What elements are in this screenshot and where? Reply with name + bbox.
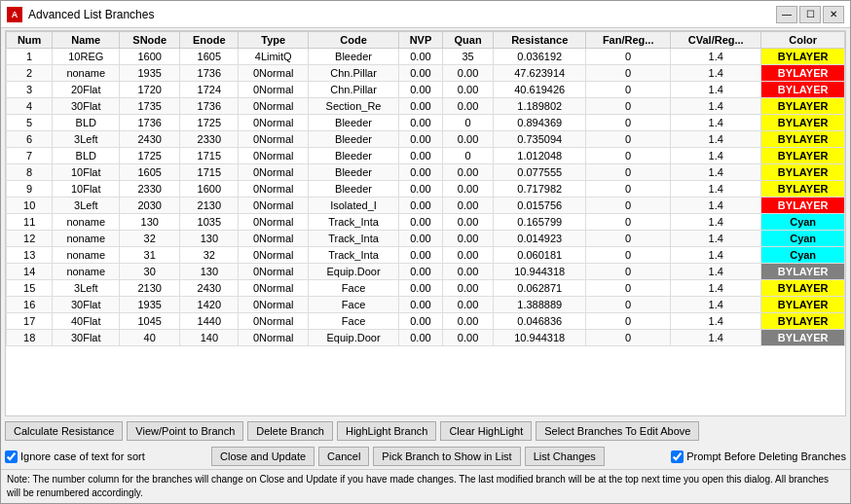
- cell-quan: 0.00: [442, 247, 493, 264]
- delete-branch-button[interactable]: Delete Branch: [247, 421, 333, 441]
- prompt-before-checkbox[interactable]: [671, 450, 684, 463]
- table-row[interactable]: 320Flat172017240NormalChn.Pillar0.000.00…: [7, 82, 845, 98]
- cell-nvp: 0.00: [399, 330, 443, 346]
- table-row[interactable]: 110REG160016054LimitQBleeder0.00350.0361…: [7, 49, 845, 65]
- cell-name: noname: [53, 247, 120, 264]
- table-row[interactable]: 1630Flat193514200NormalFace0.000.001.388…: [7, 297, 845, 313]
- clear-highlight-button[interactable]: Clear HighLight: [440, 421, 532, 441]
- cell-num: 18: [7, 330, 53, 346]
- table-row[interactable]: 7BLD172517150NormalBleeder0.0001.0120480…: [7, 148, 845, 164]
- close-update-button[interactable]: Close and Update: [211, 447, 314, 466]
- cell-code: Face: [308, 297, 398, 313]
- cell-code: Face: [308, 313, 398, 330]
- cell-name: 30Flat: [53, 330, 120, 346]
- table-row[interactable]: 5BLD173617250NormalBleeder0.0000.8943690…: [7, 115, 845, 131]
- maximize-button[interactable]: ☐: [799, 6, 821, 23]
- cell-fan: 0: [586, 198, 671, 214]
- cell-num: 3: [7, 82, 53, 98]
- table-row[interactable]: 910Flat233016000NormalBleeder0.000.000.7…: [7, 181, 845, 198]
- col-num: Num: [7, 32, 53, 49]
- pick-branch-button[interactable]: Pick Branch to Show in List: [373, 447, 520, 466]
- cell-enode: 130: [180, 231, 239, 247]
- cell-name: 30Flat: [53, 98, 120, 115]
- cell-cval: 1.4: [671, 82, 761, 98]
- cell-num: 17: [7, 313, 53, 330]
- prompt-before-label: Prompt Before Deleting Branches: [671, 450, 846, 463]
- table-row[interactable]: 103Left203021300NormalIsolated_I0.000.00…: [7, 198, 845, 214]
- table-row[interactable]: 63Left243023300NormalBleeder0.000.000.73…: [7, 131, 845, 148]
- table-row[interactable]: 11noname13010350NormalTrack_Inta0.000.00…: [7, 214, 845, 231]
- title-bar: A Advanced List Branches — ☐ ✕: [1, 1, 850, 28]
- cell-fan: 0: [586, 181, 671, 198]
- table-row[interactable]: 430Flat173517360NormalSection_Re0.000.00…: [7, 98, 845, 115]
- cell-fan: 0: [586, 131, 671, 148]
- ignore-case-checkbox[interactable]: [5, 450, 18, 463]
- ignore-case-label: Ignore case of text for sort: [5, 450, 145, 463]
- cell-nvp: 0.00: [399, 164, 443, 181]
- table-row[interactable]: 153Left213024300NormalFace0.000.000.0628…: [7, 280, 845, 297]
- cell-snode: 2330: [120, 181, 180, 198]
- cell-enode: 1724: [180, 82, 239, 98]
- cell-cval: 1.4: [671, 214, 761, 231]
- cell-enode: 1420: [180, 297, 239, 313]
- minimize-button[interactable]: —: [776, 6, 797, 23]
- close-button[interactable]: ✕: [823, 6, 844, 23]
- view-point-branch-button[interactable]: View/Point to Branch: [127, 421, 243, 441]
- cell-cval: 1.4: [671, 115, 761, 131]
- cell-num: 4: [7, 98, 53, 115]
- cell-enode: 2430: [180, 280, 239, 297]
- cell-name: 3Left: [53, 198, 120, 214]
- cell-color: BYLAYER: [761, 82, 845, 98]
- cell-type: 4LimitQ: [239, 49, 309, 65]
- cell-snode: 30: [120, 264, 180, 280]
- cell-code: Chn.Pillar: [308, 82, 398, 98]
- cell-cval: 1.4: [671, 164, 761, 181]
- cell-type: 0Normal: [239, 164, 309, 181]
- table-row[interactable]: 1830Flat401400NormalEquip.Door0.000.0010…: [7, 330, 845, 346]
- cell-color: BYLAYER: [761, 131, 845, 148]
- cell-nvp: 0.00: [399, 82, 443, 98]
- table-row[interactable]: 13noname31320NormalTrack_Inta0.000.000.0…: [7, 247, 845, 264]
- calculate-resistance-button[interactable]: Calculate Resistance: [5, 421, 123, 441]
- cell-enode: 1035: [180, 214, 239, 231]
- cell-resistance: 0.717982: [494, 181, 586, 198]
- col-name: Name: [53, 32, 120, 49]
- cell-type: 0Normal: [239, 198, 309, 214]
- cell-type: 0Normal: [239, 330, 309, 346]
- highlight-branch-button[interactable]: HighLight Branch: [337, 421, 436, 441]
- cancel-button[interactable]: Cancel: [318, 447, 369, 466]
- table-row[interactable]: 14noname301300NormalEquip.Door0.000.0010…: [7, 264, 845, 280]
- cell-resistance: 0.036192: [494, 49, 586, 65]
- cell-fan: 0: [586, 164, 671, 181]
- cell-type: 0Normal: [239, 214, 309, 231]
- cell-cval: 1.4: [671, 247, 761, 264]
- table-row[interactable]: 810Flat160517150NormalBleeder0.000.000.0…: [7, 164, 845, 181]
- select-branches-button[interactable]: Select Branches To Edit Above: [536, 421, 699, 441]
- cell-snode: 32: [120, 231, 180, 247]
- cell-resistance: 10.944318: [494, 330, 586, 346]
- cell-color: BYLAYER: [761, 313, 845, 330]
- cell-nvp: 0.00: [399, 148, 443, 164]
- table-row[interactable]: 1740Flat104514400NormalFace0.000.000.046…: [7, 313, 845, 330]
- cell-fan: 0: [586, 98, 671, 115]
- cell-snode: 1605: [120, 164, 180, 181]
- cell-quan: 0.00: [442, 198, 493, 214]
- cell-name: BLD: [53, 148, 120, 164]
- cell-quan: 0.00: [442, 65, 493, 82]
- table-row[interactable]: 2noname193517360NormalChn.Pillar0.000.00…: [7, 65, 845, 82]
- list-changes-button[interactable]: List Changes: [525, 447, 605, 466]
- cell-fan: 0: [586, 297, 671, 313]
- cell-code: Track_Inta: [308, 214, 398, 231]
- branches-table-container[interactable]: Num Name SNode Enode Type Code NVP Quan …: [5, 30, 846, 416]
- col-fan: Fan/Reg...: [586, 32, 671, 49]
- table-row[interactable]: 12noname321300NormalTrack_Inta0.000.000.…: [7, 231, 845, 247]
- col-color: Color: [761, 32, 845, 49]
- cell-num: 5: [7, 115, 53, 131]
- cell-color: BYLAYER: [761, 98, 845, 115]
- cell-resistance: 0.735094: [494, 131, 586, 148]
- cell-enode: 2330: [180, 131, 239, 148]
- cell-cval: 1.4: [671, 98, 761, 115]
- cell-snode: 1935: [120, 65, 180, 82]
- buttons-row-1: Calculate Resistance View/Point to Branc…: [1, 418, 850, 444]
- cell-name: 10REG: [53, 49, 120, 65]
